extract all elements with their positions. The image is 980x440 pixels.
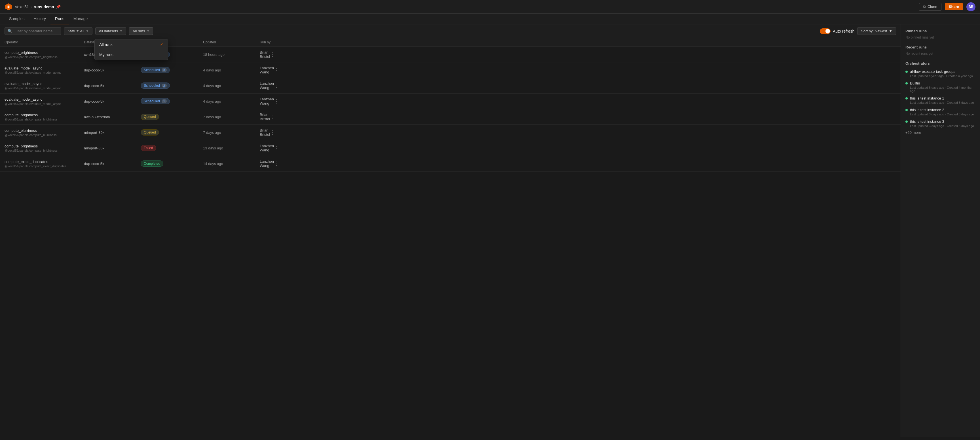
orchestrator-meta: Last updated 8 days ago · Created 4 mont… — [910, 86, 975, 93]
share-button[interactable]: Share — [945, 3, 963, 10]
pinned-runs-empty: No pinned runs yet — [905, 35, 975, 40]
datasets-filter-button[interactable]: All datasets ▼ — [95, 27, 126, 35]
table-row[interactable]: compute_blurriness @voxel51/panels/compu… — [0, 125, 900, 140]
orchestrator-info: this is test instance 3 Last updated 3 d… — [910, 119, 974, 127]
dataset-name: dup-coco-5k — [84, 162, 141, 166]
right-sidebar: Pinned runs No pinned runs yet Recent ru… — [900, 24, 980, 437]
show-more-orchestrators[interactable]: +50 more — [905, 130, 975, 135]
table-row[interactable]: evaluate_model_async @voxel51/panels/eva… — [0, 62, 900, 78]
orchestrator-status-dot — [905, 109, 908, 111]
runs-filter-chevron-icon: ▼ — [146, 30, 150, 33]
sort-chevron-icon: ▼ — [889, 29, 892, 33]
status-filter-button[interactable]: Status: All ▼ — [64, 27, 92, 35]
row-menu-button[interactable]: ⋮ — [274, 83, 279, 89]
status-count: 3 — [162, 68, 167, 72]
updated-text: 14 days ago — [203, 162, 260, 166]
row-menu-button[interactable]: ⋮ — [270, 114, 275, 120]
orchestrator-item[interactable]: this is test instance 1 Last updated 3 d… — [905, 94, 975, 106]
main-layout: 🔍 Status: All ▼ All datasets ▼ All runs … — [0, 24, 980, 437]
runby-text: Lanzhen Wang — [260, 97, 274, 105]
clone-button[interactable]: ⧉ Clone — [919, 3, 942, 11]
orchestrator-item[interactable]: airflow-execute-task-groups Last updated… — [905, 68, 975, 79]
dataset-name: mimport-30k — [84, 130, 141, 135]
row-menu-button[interactable]: ⋮ — [274, 67, 279, 73]
orchestrator-info: this is test instance 2 Last updated 3 d… — [910, 108, 974, 116]
operator-cell: compute_brightness @voxel51/panels/compu… — [5, 113, 84, 121]
status-cell: Failed — [141, 145, 203, 151]
operator-cell: compute_blurriness @voxel51/panels/compu… — [5, 129, 84, 137]
operator-cell: compute_brightness @voxel51/panels/compu… — [5, 144, 84, 152]
check-icon: ✓ — [160, 42, 163, 47]
operator-path: @voxel51/panels/compute_brightness — [5, 118, 84, 121]
table-row[interactable]: evaluate_model_async @voxel51/panels/eva… — [0, 78, 900, 94]
runby-text: Lanzhen Wang — [260, 66, 274, 74]
status-badge: Completed — [141, 160, 163, 167]
orchestrator-item[interactable]: this is test instance 3 Last updated 3 d… — [905, 118, 975, 129]
table-row[interactable]: evaluate_model_async @voxel51/panels/eva… — [0, 94, 900, 109]
orchestrator-item[interactable]: Builtin Last updated 8 days ago · Create… — [905, 79, 975, 94]
table-row[interactable]: compute_brightness @voxel51/panels/compu… — [0, 140, 900, 156]
operator-path: @voxel51/panels/compute_exact_duplicates — [5, 164, 84, 168]
voxel51-logo — [5, 3, 13, 11]
sort-button[interactable]: Sort by: Newest ▼ — [857, 27, 896, 35]
orchestrator-status-dot — [905, 121, 908, 123]
tab-history[interactable]: History — [29, 14, 51, 24]
status-badge: Queued — [141, 129, 159, 135]
orchestrator-meta: Last updated 3 days ago · Created 3 days… — [910, 113, 974, 116]
row-right: Brian Bristol ⋮ — [260, 113, 274, 121]
operator-name: evaluate_model_async — [5, 82, 84, 86]
orchestrator-status-dot — [905, 71, 908, 73]
tab-samples[interactable]: Samples — [5, 14, 29, 24]
recent-runs-title: Recent runs — [905, 45, 975, 49]
table-row[interactable]: compute_exact_duplicates @voxel51/panels… — [0, 156, 900, 172]
operator-name: evaluate_model_async — [5, 66, 84, 70]
col-operator: Operator — [5, 40, 84, 44]
row-right: Lanzhen Wang ⋮ — [260, 159, 274, 168]
pin-icon[interactable]: 📌 — [56, 5, 61, 9]
row-menu-button[interactable]: ⋮ — [274, 98, 279, 104]
row-menu-button[interactable]: ⋮ — [274, 145, 279, 151]
row-menu-button[interactable]: ⋮ — [270, 51, 275, 57]
avatar[interactable]: BB — [966, 2, 975, 11]
search-input[interactable] — [14, 29, 58, 33]
breadcrumb-project[interactable]: runs-demo — [34, 5, 54, 9]
recent-runs-empty: No recent runs yet — [905, 52, 975, 56]
runs-filter-button[interactable]: All runs ▼ — [129, 27, 153, 35]
status-filter-chevron-icon: ▼ — [86, 30, 89, 33]
updated-text: 18 hours ago — [203, 52, 260, 57]
orchestrator-item[interactable]: this is test instance 2 Last updated 3 d… — [905, 106, 975, 118]
topbar-left: Voxel51 › runs-demo 📌 — [5, 3, 61, 11]
content-area: 🔍 Status: All ▼ All datasets ▼ All runs … — [0, 24, 900, 437]
search-box[interactable]: 🔍 — [5, 27, 61, 35]
breadcrumb-sep: › — [30, 5, 32, 9]
dropdown-item-label: All runs — [99, 42, 113, 47]
row-menu-button[interactable]: ⋮ — [274, 160, 279, 167]
status-cell: Scheduled 2 — [141, 83, 203, 89]
clone-icon: ⧉ — [923, 5, 926, 9]
row-right: Lanzhen Wang ⋮ — [260, 66, 274, 74]
status-badge: Queued — [141, 114, 159, 120]
tab-runs[interactable]: Runs — [51, 14, 69, 24]
operator-path: @voxel51/panels/evaluate_model_async — [5, 86, 84, 90]
row-menu-button[interactable]: ⋮ — [270, 129, 275, 135]
orchestrator-meta: Last updated 3 days ago · Created 3 days… — [910, 101, 974, 104]
operator-name: evaluate_model_async — [5, 97, 84, 102]
toolbar: 🔍 Status: All ▼ All datasets ▼ All runs … — [0, 24, 900, 38]
operator-path: @voxel51/panels/compute_brightness — [5, 149, 84, 152]
operator-path: @voxel51/panels/compute_brightness — [5, 55, 84, 59]
runby-text: Brian Bristol — [260, 113, 270, 121]
operator-name: compute_blurriness — [5, 129, 84, 133]
orchestrator-name: this is test instance 3 — [910, 119, 974, 124]
dropdown-item-my-runs[interactable]: My runs — [95, 49, 168, 60]
operator-path: @voxel51/panels/compute_blurriness — [5, 133, 84, 137]
operator-cell: compute_brightness @voxel51/panels/compu… — [5, 51, 84, 59]
orchestrators-title: Orchestrators — [905, 61, 975, 65]
orchestrators-list: airflow-execute-task-groups Last updated… — [905, 68, 975, 129]
row-right: Lanzhen Wang ⋮ — [260, 144, 274, 152]
table-row[interactable]: compute_brightness @voxel51/panels/compu… — [0, 109, 900, 125]
breadcrumb-org[interactable]: Voxel51 — [15, 5, 29, 9]
dropdown-item-all-runs[interactable]: All runs ✓ — [95, 40, 168, 49]
tab-manage[interactable]: Manage — [69, 14, 92, 24]
runby-text: Brian Bristol — [260, 50, 270, 59]
auto-refresh-toggle[interactable] — [820, 29, 830, 34]
